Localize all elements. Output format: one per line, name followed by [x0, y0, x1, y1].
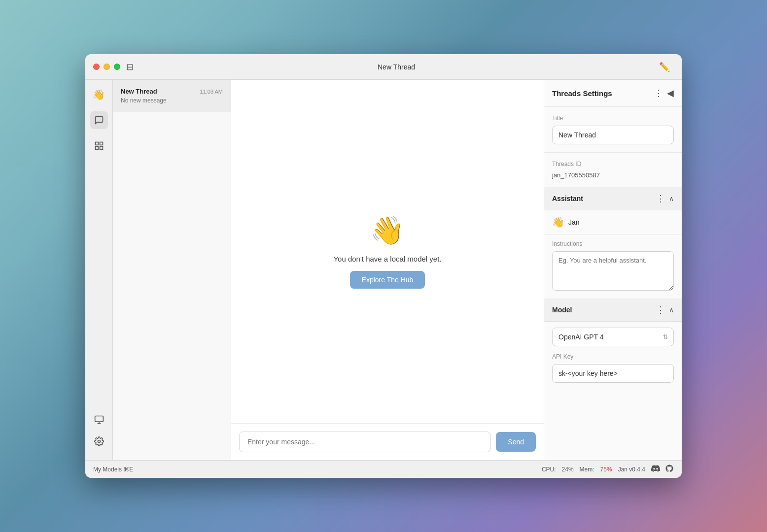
nav-sidebar: 👋 — [85, 80, 113, 460]
right-panel: Threads Settings ⋮ ◀ Title Threads ID ja… — [544, 80, 682, 460]
thread-item-title: New Thread — [121, 88, 157, 95]
svg-rect-1 — [100, 142, 103, 145]
footer-icons — [651, 464, 674, 475]
chat-empty-state: 👋 You don't have a local model yet. Expl… — [231, 80, 544, 423]
threads-id-label: Threads ID — [552, 161, 674, 167]
api-key-label: API Key — [552, 353, 674, 360]
cpu-value: 24% — [562, 466, 574, 473]
title-input[interactable] — [552, 126, 674, 144]
title-bar: ⊟ New Thread ✏️ — [85, 54, 682, 80]
chat-empty-text: You don't have a local model yet. — [333, 255, 441, 263]
model-section-title: Model — [552, 306, 572, 314]
model-section-content: OpenAI GPT 4 GPT-3.5 Turbo Claude 3 Loca… — [544, 322, 682, 389]
assistant-name: Jan — [568, 218, 580, 226]
right-panel-header: Threads Settings ⋮ ◀ — [544, 80, 682, 107]
instructions-label: Instructions — [552, 240, 674, 247]
nav-monitor-icon[interactable] — [90, 411, 108, 429]
version-label: Jan v0.4.4 — [618, 466, 645, 473]
sidebar-toggle-icon[interactable]: ⊟ — [126, 62, 134, 72]
more-options-icon[interactable]: ⋮ — [654, 88, 663, 99]
api-key-input[interactable] — [552, 364, 674, 383]
title-label: Title — [552, 115, 674, 122]
model-more-icon[interactable]: ⋮ — [656, 304, 665, 315]
assistant-section-title: Assistant — [552, 195, 583, 202]
status-bar-right: CPU: 24% Mem: 75% Jan v0.4.4 — [542, 464, 674, 475]
mem-label: Mem: — [580, 466, 594, 473]
svg-rect-3 — [100, 147, 103, 150]
threads-id-value: jan_1705550587 — [552, 171, 674, 179]
github-icon[interactable] — [665, 464, 674, 475]
thread-item-header: New Thread 11:03 AM — [121, 88, 223, 95]
thread-list: New Thread 11:03 AM No new message — [113, 80, 231, 460]
model-collapse-icon[interactable]: ∧ — [669, 306, 674, 314]
status-bar-left: My Models ⌘E — [93, 466, 542, 473]
assistant-emoji: 👋 — [552, 216, 564, 228]
maximize-button[interactable] — [114, 64, 120, 70]
threads-id-section: Threads ID jan_1705550587 — [544, 153, 682, 187]
main-content: 👋 — [85, 80, 682, 460]
minimize-button[interactable] — [104, 64, 110, 70]
discord-icon[interactable] — [651, 464, 660, 475]
wave-emoji: 👋 — [370, 214, 405, 247]
nav-chat-icon[interactable] — [90, 111, 108, 129]
my-models-label[interactable]: My Models ⌘E — [93, 466, 133, 473]
thread-item-preview: No new message — [121, 97, 223, 104]
instructions-section: Instructions — [544, 234, 682, 299]
svg-point-7 — [98, 440, 100, 443]
model-select[interactable]: OpenAI GPT 4 GPT-3.5 Turbo Claude 3 Loca… — [552, 328, 674, 346]
assistant-section-header[interactable]: Assistant ⋮ ∧ — [544, 187, 682, 210]
chat-area: 👋 You don't have a local model yet. Expl… — [231, 80, 544, 460]
model-section-actions: ⋮ ∧ — [656, 304, 674, 315]
close-button[interactable] — [93, 64, 100, 70]
nav-grid-icon[interactable] — [90, 137, 108, 155]
traffic-lights — [93, 64, 120, 70]
collapse-panel-icon[interactable]: ◀ — [667, 88, 674, 99]
nav-bottom-icons — [90, 411, 108, 454]
thread-item[interactable]: New Thread 11:03 AM No new message — [113, 80, 231, 112]
nav-wave-icon[interactable]: 👋 — [90, 86, 108, 103]
message-input[interactable] — [239, 432, 491, 452]
mem-value: 75% — [600, 466, 612, 473]
cpu-label: CPU: — [542, 466, 556, 473]
title-section: Title — [544, 107, 682, 153]
assistant-section-actions: ⋮ ∧ — [656, 193, 674, 204]
svg-rect-4 — [95, 416, 103, 422]
send-button[interactable]: Send — [496, 432, 536, 452]
status-bar: My Models ⌘E CPU: 24% Mem: 75% Jan v0.4.… — [85, 460, 682, 478]
threads-settings-title: Threads Settings — [552, 89, 612, 98]
model-select-wrapper: OpenAI GPT 4 GPT-3.5 Turbo Claude 3 Loca… — [552, 328, 674, 346]
explore-hub-button[interactable]: Explore The Hub — [350, 271, 425, 289]
main-window: ⊟ New Thread ✏️ 👋 — [85, 54, 682, 478]
svg-rect-2 — [95, 147, 98, 150]
chat-input-bar: Send — [231, 423, 544, 460]
assistant-more-icon[interactable]: ⋮ — [656, 193, 665, 204]
compose-button[interactable]: ✏️ — [659, 62, 670, 72]
thread-item-time: 11:03 AM — [200, 89, 223, 95]
nav-settings-icon[interactable] — [90, 432, 108, 450]
model-section-header[interactable]: Model ⋮ ∧ — [544, 299, 682, 322]
right-panel-actions: ⋮ ◀ — [654, 88, 674, 99]
assistant-item[interactable]: 👋 Jan — [544, 210, 682, 234]
instructions-textarea[interactable] — [552, 251, 674, 291]
window-title: New Thread — [134, 63, 659, 71]
svg-rect-0 — [95, 142, 98, 145]
assistant-collapse-icon[interactable]: ∧ — [669, 195, 674, 202]
